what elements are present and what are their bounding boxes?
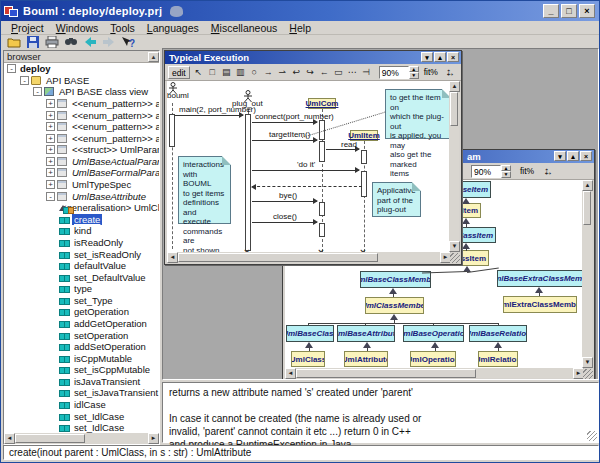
browser-hscrollbar[interactable]: ◄ ► bbox=[4, 433, 159, 444]
lifeline-icon[interactable]: ▥ bbox=[234, 66, 247, 79]
scroll-left-icon[interactable]: ◄ bbox=[285, 368, 296, 379]
expand-icon[interactable]: + bbox=[46, 157, 55, 166]
sequence-diagram-window[interactable]: Typical Execution ▾ ▴ × edit ↖□▤▥○→⇀↩↪←▭… bbox=[164, 50, 462, 265]
object-box[interactable]: UmlCom bbox=[308, 98, 336, 109]
class-box[interactable]: UmlClassMember bbox=[365, 297, 424, 314]
async-message-icon[interactable]: ⇀ bbox=[276, 66, 289, 79]
tree-item[interactable]: -UmlBaseAttribute bbox=[4, 190, 159, 202]
menu-tools[interactable]: Tools bbox=[104, 22, 141, 34]
tree-item[interactable]: create bbox=[4, 214, 159, 226]
minimize-button[interactable]: _ bbox=[543, 4, 559, 18]
spin-down-icon[interactable]: ▼ bbox=[409, 72, 419, 79]
restore-icon[interactable]: ▴ bbox=[567, 151, 579, 161]
scroll-left-icon[interactable]: ◄ bbox=[167, 252, 178, 263]
message-label[interactable]: close() bbox=[273, 212, 297, 221]
tree-item[interactable]: isReadOnly bbox=[4, 237, 159, 249]
tree-item[interactable]: setOperation bbox=[4, 329, 159, 341]
activation-bar[interactable] bbox=[319, 223, 325, 237]
anchor-icon[interactable]: ⊣ bbox=[360, 66, 373, 79]
expand-icon[interactable]: + bbox=[46, 111, 55, 120]
expand-icon[interactable]: + bbox=[46, 122, 55, 131]
browser-scroll-up-icon[interactable]: ▲ bbox=[148, 52, 159, 62]
object-icon[interactable]: ▤ bbox=[220, 66, 233, 79]
scroll-down-icon[interactable]: ▼ bbox=[582, 357, 593, 368]
optimal-scale-icon[interactable]: ↔↔ bbox=[443, 66, 457, 79]
sequence-hscrollbar[interactable]: ◄ ► bbox=[167, 252, 451, 262]
sync-message-icon[interactable]: → bbox=[262, 66, 275, 79]
activation-bar[interactable] bbox=[245, 114, 251, 251]
sequence-canvas[interactable]: boumlplug_outUmlComUmlItem×××main(2, por… bbox=[167, 81, 449, 252]
minimize-icon[interactable]: ▾ bbox=[421, 52, 433, 62]
class-hscrollbar[interactable]: ◄ ► bbox=[285, 368, 584, 378]
tree-item[interactable]: set_IdlCase bbox=[4, 422, 159, 433]
expand-icon[interactable]: + bbox=[46, 180, 55, 189]
tree-item[interactable]: kind bbox=[4, 225, 159, 237]
tree-item[interactable]: getOperation bbox=[4, 306, 159, 318]
tree-item[interactable]: +UmlBaseActualParameter bbox=[4, 156, 159, 168]
tree-item[interactable]: idlCase bbox=[4, 399, 159, 411]
print-icon[interactable] bbox=[44, 36, 60, 49]
class-box[interactable]: UmlBaseOperation bbox=[403, 325, 464, 342]
tree-item[interactable]: set_isJavaTransient bbox=[4, 387, 159, 399]
close-icon[interactable]: × bbox=[580, 151, 592, 161]
tree-item[interactable]: set_IdlCase bbox=[4, 410, 159, 422]
search-icon[interactable] bbox=[63, 36, 79, 49]
note[interactable]: to get the item on which the plug-out is… bbox=[385, 89, 449, 139]
collapse-icon[interactable]: - bbox=[33, 87, 42, 96]
continuation-icon[interactable]: ○ bbox=[248, 66, 261, 79]
message-label[interactable]: read bbox=[341, 140, 357, 149]
scroll-down-icon[interactable]: ▼ bbox=[449, 241, 460, 252]
tree-item[interactable]: set_isReadOnly bbox=[4, 248, 159, 260]
comment-editor[interactable]: returns a new attribute named 's' create… bbox=[162, 382, 599, 443]
edit-button[interactable]: edit bbox=[168, 66, 190, 79]
message-label[interactable]: connect(port_number) bbox=[255, 112, 334, 121]
class-box[interactable]: UmlRelation bbox=[478, 351, 518, 367]
fit-button[interactable]: fit% bbox=[421, 66, 441, 79]
class-box[interactable]: UmlClass bbox=[291, 351, 325, 367]
note[interactable]: interactions with BOUML to get items def… bbox=[178, 156, 231, 224]
tree-item[interactable]: set_isCppMutable bbox=[4, 364, 159, 376]
zoom-spinbox[interactable]: 90% ▲▼ bbox=[471, 165, 511, 178]
tree-item[interactable]: +<<struct>> UmlParameter bbox=[4, 144, 159, 156]
expand-icon[interactable]: + bbox=[46, 145, 55, 154]
class-box[interactable]: UmlBaseAttribute bbox=[337, 325, 395, 342]
menu-help[interactable]: Help bbox=[283, 22, 317, 34]
activation-bar[interactable] bbox=[361, 171, 367, 197]
tree-item[interactable]: +<<enum_pattern>> anItemKind bbox=[4, 132, 159, 144]
tree-item[interactable]: set_DefaultValue bbox=[4, 271, 159, 283]
expand-icon[interactable]: + bbox=[46, 134, 55, 143]
tree-item[interactable]: defaultValue bbox=[4, 260, 159, 272]
self-async-message-icon[interactable]: ↪ bbox=[304, 66, 317, 79]
restore-icon[interactable]: ▴ bbox=[434, 52, 446, 62]
resize-grip[interactable] bbox=[450, 253, 460, 263]
collapse-icon[interactable]: - bbox=[20, 76, 29, 85]
collapse-icon[interactable]: - bbox=[7, 64, 16, 73]
back-icon[interactable] bbox=[82, 36, 98, 49]
forward-icon[interactable] bbox=[101, 36, 117, 49]
zoom-spinbox[interactable]: 90% ▲▼ bbox=[379, 66, 419, 79]
resize-grip-icon[interactable] bbox=[587, 431, 597, 441]
message-label[interactable]: main(2, port_number) bbox=[179, 105, 256, 114]
sequence-titlebar[interactable]: Typical Execution ▾ ▴ × bbox=[165, 51, 461, 64]
scroll-right-icon[interactable]: ► bbox=[148, 433, 159, 444]
menu-project[interactable]: Project bbox=[5, 22, 50, 34]
message-label[interactable]: bye() bbox=[279, 191, 297, 200]
tree-item[interactable]: <generalisation> UmlClass bbox=[4, 202, 159, 214]
tree-item[interactable]: addSetOperation bbox=[4, 341, 159, 353]
scroll-left-icon[interactable]: ◄ bbox=[4, 433, 15, 444]
menu-languages[interactable]: Languages bbox=[141, 22, 205, 34]
close-icon[interactable]: × bbox=[447, 52, 459, 62]
tree-item[interactable]: +<<enum_pattern>> aDirection bbox=[4, 109, 159, 121]
class-vscrollbar[interactable]: ▲ ▼ bbox=[582, 180, 592, 368]
class-box[interactable]: UmlBaseRelation bbox=[469, 325, 527, 342]
minimize-icon[interactable]: ▾ bbox=[554, 151, 566, 161]
class-box[interactable]: UmlBaseClassMember bbox=[360, 271, 431, 288]
tree-item[interactable]: +UmlTypeSpec bbox=[4, 179, 159, 191]
whatsthis-icon[interactable]: ? bbox=[120, 36, 136, 49]
tree-item[interactable]: type bbox=[4, 283, 159, 295]
tree-item[interactable]: set_Type bbox=[4, 295, 159, 307]
self-sync-message-icon[interactable]: ↩ bbox=[290, 66, 303, 79]
found-message-icon[interactable]: ← bbox=[318, 66, 331, 79]
class-box[interactable]: UmlAttribute bbox=[344, 351, 388, 367]
class-box[interactable]: UmlOperation bbox=[410, 351, 456, 367]
